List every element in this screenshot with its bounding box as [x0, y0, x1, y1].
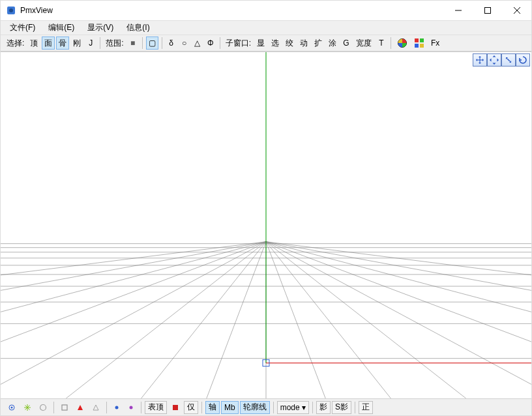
svg-rect-9 [415, 44, 419, 48]
status-dot1-icon[interactable] [5, 401, 19, 414]
svg-rect-7 [415, 38, 419, 42]
color-wheel-button[interactable] [394, 37, 410, 50]
subwin-g-button[interactable]: G [340, 37, 352, 50]
range-circle-button[interactable]: ○ [179, 37, 190, 50]
camera-toolbar [473, 53, 530, 67]
svg-point-52 [115, 406, 119, 409]
separator [391, 37, 391, 49]
titlebar: PmxView [1, 1, 531, 20]
range-sigma-button[interactable]: δ [166, 37, 177, 50]
svg-rect-10 [420, 44, 424, 48]
separator [100, 37, 100, 49]
status-triangle-red-icon[interactable] [73, 401, 87, 414]
separator [53, 402, 54, 413]
window-controls [443, 1, 531, 20]
fx-button[interactable]: Fx [428, 37, 442, 50]
mode-dropdown[interactable]: mode ▾ [277, 401, 309, 414]
grid-svg [1, 52, 531, 398]
menu-info[interactable]: 信息(I) [121, 21, 155, 35]
svg-point-50 [40, 404, 46, 410]
window-title: PmxView [20, 6, 53, 15]
subwindow-label: 子窗口: [224, 38, 253, 49]
select-rigid-button[interactable]: 刚 [70, 37, 83, 50]
subwin-t-button[interactable]: T [376, 37, 387, 50]
subwin-select-button[interactable]: 选 [269, 37, 282, 50]
menu-file[interactable]: 文件(F) [5, 21, 40, 35]
svg-rect-3 [484, 8, 490, 14]
svg-point-1 [9, 8, 13, 12]
select-bone-button[interactable]: 骨 [56, 37, 69, 50]
svg-line-43 [507, 59, 510, 61]
subwin-show-button[interactable]: 显 [254, 37, 267, 50]
mode-label: mode [280, 403, 300, 412]
separator [273, 402, 274, 413]
separator [106, 402, 107, 413]
range-rect-fill-button[interactable]: ■ [127, 37, 139, 50]
subwin-paint-button[interactable]: 涂 [326, 37, 339, 50]
shadow-button[interactable]: 影 [316, 401, 331, 414]
separator [141, 402, 141, 413]
range-triangle-button[interactable]: △ [192, 37, 203, 50]
svg-point-53 [130, 406, 133, 409]
dropdown-arrow-icon: ▾ [302, 403, 306, 412]
camera-zoom-button[interactable] [501, 53, 516, 67]
status-dot-blue-icon[interactable] [110, 401, 123, 414]
color-grid-button[interactable] [411, 37, 427, 50]
status-dot-purple-icon[interactable] [125, 401, 138, 414]
app-window: PmxView 文件(F) 编辑(E) 显示(V) 信息(I) 选择: 顶 面 … [0, 0, 532, 416]
camera-move-button[interactable] [487, 53, 501, 67]
menubar: 文件(F) 编辑(E) 显示(V) 信息(I) [1, 20, 531, 35]
separator [201, 402, 202, 413]
ortho-button[interactable]: 正 [359, 401, 373, 414]
menu-edit[interactable]: 编辑(E) [43, 21, 80, 35]
status-circle-icon[interactable] [36, 401, 50, 414]
select-joint-button[interactable]: J [85, 37, 96, 50]
viewport-3d[interactable] [1, 52, 531, 398]
select-label: 选择: [5, 38, 26, 49]
status-square-icon[interactable] [57, 401, 72, 414]
outline-button[interactable]: 轮廓线 [240, 401, 270, 414]
subwin-expand-button[interactable]: 扩 [312, 37, 325, 50]
svg-rect-54 [173, 405, 178, 410]
separator [220, 37, 220, 49]
select-vertex-button[interactable]: 顶 [27, 37, 40, 50]
subwin-move-button[interactable]: 动 [297, 37, 310, 50]
range-rect-outline-button[interactable]: ▢ [146, 37, 158, 50]
mb-button[interactable]: Mb [221, 401, 239, 414]
select-face-button[interactable]: 面 [42, 37, 55, 50]
minimize-button[interactable] [443, 1, 473, 20]
menu-display[interactable]: 显示(V) [82, 21, 119, 35]
status-triangle-outline-icon[interactable] [89, 401, 103, 414]
status-red-square-icon[interactable] [168, 401, 183, 414]
separator [142, 37, 143, 49]
maximize-button[interactable] [473, 1, 502, 20]
close-button[interactable] [502, 1, 531, 20]
bottom-toolbar: 表顶 仅 轴 Mb 轮廓线 mode ▾ 影 S影 正 [1, 398, 531, 415]
sshadow-button[interactable]: S影 [332, 401, 351, 414]
app-icon [6, 5, 16, 16]
separator [312, 402, 313, 413]
status-burst-icon[interactable] [20, 401, 35, 414]
separator [355, 402, 355, 413]
camera-pan-button[interactable] [473, 53, 487, 67]
svg-rect-51 [62, 405, 67, 410]
top-toolbar: 选择: 顶 面 骨 刚 J 范围: ■ ▢ δ ○ △ Φ 子窗口: 显 选 绞… [1, 35, 531, 52]
axis-button[interactable]: 轴 [205, 401, 220, 414]
subwin-twist-button[interactable]: 绞 [283, 37, 296, 50]
svg-point-45 [11, 406, 13, 408]
subwin-width-button[interactable]: 宽度 [353, 37, 374, 50]
range-label: 范围: [104, 38, 125, 49]
range-phi-button[interactable]: Φ [205, 37, 216, 50]
title-left: PmxView [6, 5, 53, 16]
separator [162, 37, 162, 49]
camera-rotate-button[interactable] [516, 53, 530, 67]
only-button[interactable]: 仅 [184, 401, 198, 414]
surface-top-button[interactable]: 表顶 [145, 401, 167, 414]
svg-rect-8 [420, 38, 424, 42]
